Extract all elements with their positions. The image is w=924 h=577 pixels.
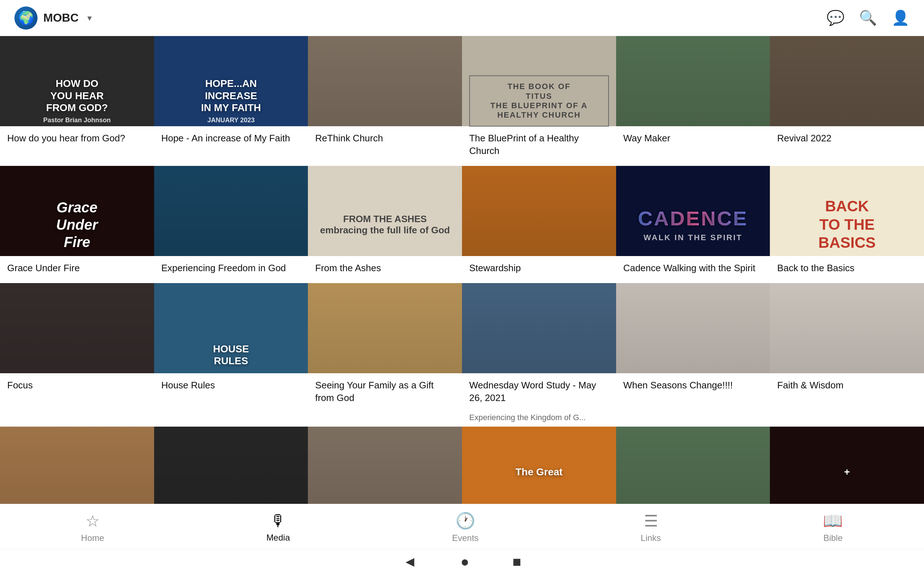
nav-tab-label-media: Media [267,533,290,543]
thumbnail-partial-4: The Great [462,427,616,517]
grid-item-partial-1[interactable] [0,427,154,517]
org-selector[interactable]: 🌍 MOBC ▾ [15,6,92,29]
grid-item-way-maker[interactable]: Way Maker [616,36,770,166]
thumbnail-partial-5 [616,427,770,517]
thumbnail-faith-wisdom [770,283,924,373]
grid-item-partial-6[interactable]: + [770,427,924,517]
overlay-sub-how-do-you-hear: Pastor Brian Johnson [43,116,111,124]
item-title-seeing-family-gift: Seeing Your Family as a Gift from God [308,373,462,413]
grid-item-focus[interactable]: Focus [0,283,154,427]
overlay-main-blueprint-healthy-church: THE BOOK OF TITUS THE BLUEPRINT OF A HEA… [469,76,609,127]
nav-tab-label-home: Home [81,533,104,543]
org-logo: 🌍 [15,6,37,29]
thumbnail-grace-under-fire: Grace Under Fire [0,166,154,256]
grid-item-experiencing-freedom[interactable]: Experiencing Freedom in God [154,166,308,283]
grid-item-revival-2022[interactable]: Revival 2022 [770,36,924,166]
thumbnail-focus [0,283,154,373]
overlay-main-hope-increase: HOPE...AN INCREASE IN MY FAITH [201,77,261,114]
thumbnail-stewardship [462,166,616,256]
overlay-main-back-to-basics: BACK TO THE BASICS [818,197,876,252]
header-actions: 💬 🔍 👤 [827,10,909,26]
overlay-main-partial-4: The Great [515,466,563,478]
grid-item-when-seasons-change[interactable]: When Seasons Change!!!! [616,283,770,427]
item-title-rethink-church: ReThink Church [308,126,462,153]
thumbnail-hope-increase: HOPE...AN INCREASE IN MY FAITHJANUARY 20… [154,36,308,126]
grid-item-partial-2[interactable] [154,427,308,517]
grid-item-stewardship[interactable]: Stewardship [462,166,616,283]
grid-item-faith-wisdom[interactable]: Faith & Wisdom [770,283,924,427]
grid-item-wednesday-word-study[interactable]: Wednesday Word Study - May 26, 2021Exper… [462,283,616,427]
overlay-from-the-ashes: FROM THE ASHES embracing the full life o… [308,166,462,283]
item-title-when-seasons-change: When Seasons Change!!!! [616,373,770,400]
chat-icon[interactable]: 💬 [827,10,845,26]
back-button[interactable]: ◄ [403,554,417,570]
thumbnail-house-rules: HOUSE RULES [154,283,308,373]
thumbnail-from-the-ashes: FROM THE ASHES embracing the full life o… [308,166,462,256]
grid-item-rethink-church[interactable]: ReThink Church [308,36,462,166]
thumbnail-partial-6: + [770,427,924,517]
grid-row-0: HOW DO YOU HEAR FROM GOD?Pastor Brian Jo… [0,36,924,166]
nav-tab-links[interactable]: ☰Links [619,512,683,543]
nav-tab-label-events: Events [452,533,478,543]
grid-item-partial-4[interactable]: The Great [462,427,616,517]
item-title-wednesday-word-study: Wednesday Word Study - May 26, 2021 [462,373,616,413]
thumbnail-blueprint-healthy-church: THE BOOK OF TITUS THE BLUEPRINT OF A HEA… [462,36,616,126]
thumbnail-way-maker [616,36,770,126]
grid-item-back-to-basics[interactable]: BACK TO THE BASICSBack to the Basics [770,166,924,283]
item-title-stewardship: Stewardship [462,256,616,283]
grid-item-partial-5[interactable] [616,427,770,517]
item-subtitle-wednesday-word-study: Experiencing the Kingdom of G... [462,413,616,427]
nav-tab-media[interactable]: 🎙Media [245,512,312,543]
overlay-sub-hope-increase: JANUARY 2023 [207,116,254,124]
nav-tab-label-links: Links [641,533,661,543]
grid-item-cadence[interactable]: CADENCEWALK IN THE SPIRITCadence Walking… [616,166,770,283]
overlay-main-cadence: CADENCE [638,206,748,230]
thumbnail-cadence: CADENCEWALK IN THE SPIRIT [616,166,770,256]
grid-item-house-rules[interactable]: HOUSE RULESHouse Rules [154,283,308,427]
grid-row-3: The Great+ [0,427,924,517]
nav-tab-icon-bible: 📖 [823,511,843,530]
profile-icon[interactable]: 👤 [892,10,909,26]
overlay-main-from-the-ashes: FROM THE ASHES embracing the full life o… [320,213,450,236]
thumbnail-how-do-you-hear: HOW DO YOU HEAR FROM GOD?Pastor Brian Jo… [0,36,154,126]
bottom-navigation: ☆Home🎙Media🕐Events☰Links📖Bible ◄●■ [0,504,924,577]
item-title-faith-wisdom: Faith & Wisdom [770,373,924,400]
home-button[interactable]: ● [460,554,469,570]
grid-item-blueprint-healthy-church[interactable]: THE BOOK OF TITUS THE BLUEPRINT OF A HEA… [462,36,616,166]
thumbnail-seeing-family-gift [308,283,462,373]
overlay-partial-4: The Great [462,427,616,517]
overlay-cadence: CADENCEWALK IN THE SPIRIT [616,166,770,283]
overlay-main-grace-under-fire: Grace Under Fire [56,199,98,251]
nav-tab-icon-home: ☆ [86,512,100,530]
grid-item-how-do-you-hear[interactable]: HOW DO YOU HEAR FROM GOD?Pastor Brian Jo… [0,36,154,166]
overlay-back-to-basics: BACK TO THE BASICS [770,166,924,283]
grid-item-partial-3[interactable] [308,427,462,517]
nav-tab-home[interactable]: ☆Home [60,512,126,543]
item-title-revival-2022: Revival 2022 [770,126,924,153]
overlay-main-house-rules: HOUSE RULES [213,343,249,367]
grid-item-seeing-family-gift[interactable]: Seeing Your Family as a Gift from God [308,283,462,427]
grid-item-grace-under-fire[interactable]: Grace Under FireGrace Under Fire [0,166,154,283]
thumbnail-back-to-basics: BACK TO THE BASICS [770,166,924,256]
org-name: MOBC [43,11,79,24]
nav-tab-icon-links: ☰ [644,512,658,530]
media-grid: HOW DO YOU HEAR FROM GOD?Pastor Brian Jo… [0,36,924,517]
overlay-sub-cadence: WALK IN THE SPIRIT [643,233,743,243]
nav-tab-bible[interactable]: 📖Bible [801,511,864,543]
grid-item-from-the-ashes[interactable]: FROM THE ASHES embracing the full life o… [308,166,462,283]
thumbnail-revival-2022 [770,36,924,126]
nav-tab-bar: ☆Home🎙Media🕐Events☰Links📖Bible [0,504,924,549]
overlay-partial-6: + [770,427,924,517]
thumbnail-when-seasons-change [616,283,770,373]
grid-item-hope-increase[interactable]: HOPE...AN INCREASE IN MY FAITHJANUARY 20… [154,36,308,166]
thumbnail-partial-2 [154,427,308,517]
nav-tab-events[interactable]: 🕐Events [430,511,500,543]
search-icon[interactable]: 🔍 [859,10,877,26]
overlay-main-partial-6: + [844,466,850,478]
overlay-main-how-do-you-hear: HOW DO YOU HEAR FROM GOD? [46,77,108,114]
item-title-experiencing-freedom: Experiencing Freedom in God [154,256,308,283]
recents-button[interactable]: ■ [512,554,521,570]
overlay-hope-increase: HOPE...AN INCREASE IN MY FAITHJANUARY 20… [154,36,308,166]
thumbnail-partial-1 [0,427,154,517]
system-nav-bar: ◄●■ [0,549,924,577]
